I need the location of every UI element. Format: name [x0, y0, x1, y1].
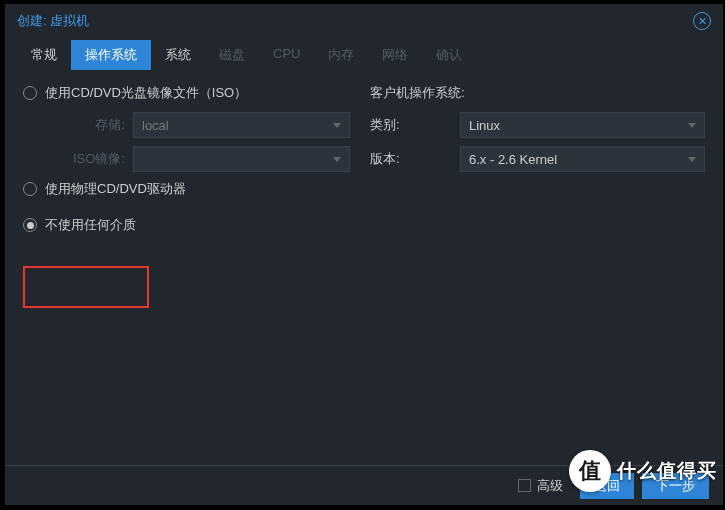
- create-vm-dialog: 创建: 虚拟机 ✕ 常规 操作系统 系统 磁盘 CPU 内存 网络 确认 使用C…: [5, 4, 723, 505]
- guest-os-header: 客户机操作系统:: [370, 84, 705, 102]
- guest-type-row: 类别: Linux: [370, 112, 705, 138]
- titlebar: 创建: 虚拟机 ✕: [5, 4, 723, 36]
- back-button[interactable]: 返回: [580, 473, 634, 499]
- guest-os-column: 客户机操作系统: 类别: Linux 版本: 6.x - 2.6 Kernel: [370, 84, 705, 451]
- storage-select[interactable]: local: [133, 112, 350, 138]
- radio-use-none[interactable]: 不使用任何介质: [23, 216, 350, 234]
- tab-disk: 磁盘: [205, 40, 259, 70]
- storage-row: 存储: local: [23, 112, 350, 138]
- radio-icon: [23, 86, 37, 100]
- guest-type-select[interactable]: Linux: [460, 112, 705, 138]
- guest-version-label: 版本:: [370, 150, 406, 168]
- radio-use-physical[interactable]: 使用物理CD/DVD驱动器: [23, 180, 350, 198]
- guest-version-select[interactable]: 6.x - 2.6 Kernel: [460, 146, 705, 172]
- guest-version-row: 版本: 6.x - 2.6 Kernel: [370, 146, 705, 172]
- tab-memory: 内存: [314, 40, 368, 70]
- chevron-down-icon: [333, 157, 341, 162]
- radio-use-iso[interactable]: 使用CD/DVD光盘镜像文件（ISO）: [23, 84, 350, 102]
- guest-type-value: Linux: [469, 118, 500, 133]
- tab-os[interactable]: 操作系统: [71, 40, 151, 70]
- radio-icon: [23, 182, 37, 196]
- guest-version-value: 6.x - 2.6 Kernel: [469, 152, 557, 167]
- media-column: 使用CD/DVD光盘镜像文件（ISO） 存储: local ISO镜像: 使用物…: [23, 84, 350, 451]
- storage-value: local: [142, 118, 169, 133]
- iso-row: ISO镜像:: [23, 146, 350, 172]
- tab-general[interactable]: 常规: [17, 40, 71, 70]
- tab-system[interactable]: 系统: [151, 40, 205, 70]
- guest-type-label: 类别:: [370, 116, 406, 134]
- radio-label: 使用物理CD/DVD驱动器: [45, 180, 186, 198]
- next-button[interactable]: 下一步: [642, 473, 709, 499]
- radio-label: 使用CD/DVD光盘镜像文件（ISO）: [45, 84, 247, 102]
- iso-select[interactable]: [133, 146, 350, 172]
- checkbox-icon: [518, 479, 531, 492]
- dialog-title: 创建: 虚拟机: [17, 12, 89, 30]
- chevron-down-icon: [688, 157, 696, 162]
- tab-cpu: CPU: [259, 40, 314, 70]
- footer: 高级 返回 下一步: [5, 465, 723, 505]
- iso-label: ISO镜像:: [23, 150, 133, 168]
- radio-icon: [23, 218, 37, 232]
- radio-label: 不使用任何介质: [45, 216, 136, 234]
- advanced-label: 高级: [537, 477, 563, 495]
- storage-label: 存储:: [23, 116, 133, 134]
- content-area: 使用CD/DVD光盘镜像文件（ISO） 存储: local ISO镜像: 使用物…: [5, 70, 723, 465]
- close-icon[interactable]: ✕: [693, 12, 711, 30]
- chevron-down-icon: [688, 123, 696, 128]
- advanced-toggle[interactable]: 高级: [518, 477, 563, 495]
- tab-bar: 常规 操作系统 系统 磁盘 CPU 内存 网络 确认: [5, 36, 723, 70]
- tab-network: 网络: [368, 40, 422, 70]
- tab-confirm: 确认: [422, 40, 476, 70]
- chevron-down-icon: [333, 123, 341, 128]
